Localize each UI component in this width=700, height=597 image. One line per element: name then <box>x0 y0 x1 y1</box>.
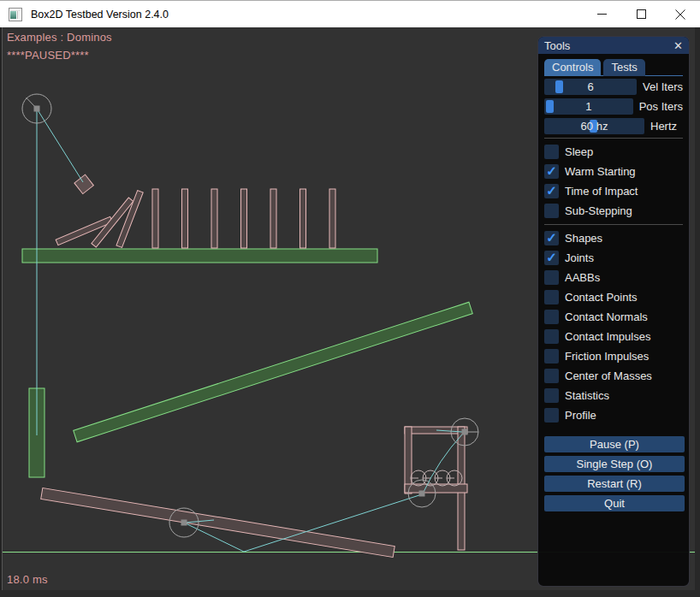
minimize-icon <box>597 9 607 19</box>
draw-options-group: ✓ Shapes ✓ Joints ✓ AABBs ✓ Contact Poin… <box>544 228 683 425</box>
slider-track[interactable]: 1 <box>544 98 633 115</box>
checkbox-joints[interactable]: ✓ Joints <box>544 248 683 268</box>
checkbox-shapes[interactable]: ✓ Shapes <box>544 228 683 248</box>
checkbox[interactable]: ✓ <box>544 184 559 198</box>
checkbox[interactable]: ✓ <box>544 349 559 364</box>
checkbox-label: Contact Normals <box>565 310 648 323</box>
checkmark-icon: ✓ <box>546 164 557 177</box>
slider-pos-iters: 1 Pos Iters <box>544 98 683 115</box>
checkbox-label: AABBs <box>565 271 600 284</box>
checkmark-icon: ✓ <box>546 231 557 244</box>
joint-anchors <box>34 106 468 526</box>
checkbox-label: Sleep <box>565 145 593 158</box>
sim-options-group: ✓ Sleep ✓ Warm Starting ✓ Time of Impact… <box>544 142 683 221</box>
example-label: Examples : Dominos <box>7 31 112 44</box>
separator <box>544 138 683 139</box>
checkbox-label: Center of Masses <box>565 369 652 382</box>
slider-vel-iters: 6 Vel Iters <box>544 79 683 95</box>
checkbox-time-of-impact[interactable]: ✓ Time of Impact <box>544 181 683 201</box>
checkbox-contact-normals[interactable]: ✓ Contact Normals <box>544 307 683 327</box>
checkbox-label: Contact Impulses <box>565 330 650 343</box>
tools-panel: Tools ✕ ControlsTests 6 Vel Iters 1 Pos … <box>537 36 690 587</box>
paused-label: ****PAUSED**** <box>7 49 89 62</box>
checkbox-label: Shapes <box>565 232 602 245</box>
slider-value: 6 <box>544 79 637 95</box>
maximize-icon <box>637 9 646 19</box>
checkbox-label: Sub-Stepping <box>565 204 632 217</box>
window-controls <box>582 1 700 27</box>
restart-r-button[interactable]: Restart (R) <box>544 476 685 492</box>
checkbox[interactable]: ✓ <box>544 310 559 324</box>
checkbox-contact-impulses[interactable]: ✓ Contact Impulses <box>544 327 683 346</box>
checkbox-sleep[interactable]: ✓ Sleep <box>544 142 683 162</box>
window-border-left-highlight <box>2 27 3 597</box>
checkbox-label: Statistics <box>565 389 609 402</box>
tools-panel-title: Tools <box>544 39 673 52</box>
slider-group: 6 Vel Iters 1 Pos Iters 60 hz Hertz <box>544 79 683 134</box>
action-buttons: Pause (P)Single Step (O)Restart (R)Quit <box>544 436 683 511</box>
checkmark-icon: ✓ <box>546 184 557 197</box>
pause-p-button[interactable]: Pause (P) <box>544 436 685 452</box>
checkbox-label: Friction Impulses <box>565 350 649 363</box>
separator <box>544 224 683 225</box>
tab-bar: ControlsTests <box>544 59 683 76</box>
checkbox-label: Joints <box>565 251 594 264</box>
tab-controls[interactable]: Controls <box>544 59 601 76</box>
dynamic-bodies[interactable] <box>41 174 467 557</box>
quit-button[interactable]: Quit <box>544 495 685 511</box>
checkbox[interactable]: ✓ <box>544 329 559 344</box>
close-button[interactable] <box>661 1 700 27</box>
slider-label: Pos Iters <box>639 100 683 113</box>
maximize-button[interactable] <box>621 1 661 27</box>
tools-panel-titlebar[interactable]: Tools ✕ <box>538 37 689 54</box>
checkbox[interactable]: ✓ <box>544 145 559 159</box>
checkbox[interactable]: ✓ <box>544 204 559 218</box>
checkbox[interactable]: ✓ <box>544 164 559 179</box>
minimize-button[interactable] <box>582 1 621 27</box>
single-step-o-button[interactable]: Single Step (O) <box>544 456 685 472</box>
checkbox-friction-impulses[interactable]: ✓ Friction Impulses <box>544 346 683 366</box>
checkmark-icon: ✓ <box>546 251 557 263</box>
checkbox[interactable]: ✓ <box>544 369 559 383</box>
shelf-balls[interactable] <box>411 470 462 486</box>
slider-track[interactable]: 6 <box>544 79 637 95</box>
slider-label: Hertz <box>650 120 677 133</box>
checkbox[interactable]: ✓ <box>544 408 559 423</box>
frame-time-label: 18.0 ms <box>7 573 48 586</box>
checkbox[interactable]: ✓ <box>544 231 559 245</box>
app-window: Examples : Dominos ****PAUSED**** 18.0 m… <box>0 0 700 597</box>
checkbox-label: Profile <box>565 409 596 422</box>
panel-close-icon[interactable]: ✕ <box>673 40 683 51</box>
slider-value: 1 <box>544 98 633 115</box>
titlebar[interactable]: Box2D Testbed Version 2.4.0 <box>0 0 700 27</box>
checkbox-sub-stepping[interactable]: ✓ Sub-Stepping <box>544 201 683 221</box>
checkbox-statistics[interactable]: ✓ Statistics <box>544 386 683 405</box>
window-title: Box2D Testbed Version 2.4.0 <box>31 9 169 21</box>
checkbox-label: Time of Impact <box>565 185 638 198</box>
checkbox-label: Warm Starting <box>565 165 636 178</box>
checkbox-aabbs[interactable]: ✓ AABBs <box>544 268 683 287</box>
tab-tests[interactable]: Tests <box>603 59 644 76</box>
checkbox-profile[interactable]: ✓ Profile <box>544 405 683 425</box>
checkbox-contact-points[interactable]: ✓ Contact Points <box>544 287 683 307</box>
app-icon <box>9 8 22 21</box>
window-border-bottom[interactable] <box>0 590 700 597</box>
checkbox-label: Contact Points <box>565 291 638 304</box>
checkbox-warm-starting[interactable]: ✓ Warm Starting <box>544 162 683 181</box>
slider-label: Vel Iters <box>643 80 683 93</box>
checkbox-center-of-masses[interactable]: ✓ Center of Masses <box>544 366 683 386</box>
slider-track[interactable]: 60 hz <box>544 118 644 134</box>
tools-panel-body: ControlsTests 6 Vel Iters 1 Pos Iters 60… <box>538 54 689 511</box>
checkbox[interactable]: ✓ <box>544 290 559 304</box>
close-icon <box>675 9 685 20</box>
slider-value: 60 hz <box>544 118 644 134</box>
checkbox[interactable]: ✓ <box>544 388 559 403</box>
checkbox[interactable]: ✓ <box>544 270 559 285</box>
window-border-right[interactable] <box>695 27 700 597</box>
checkbox[interactable]: ✓ <box>544 251 559 265</box>
slider-hertz: 60 hz Hertz <box>544 118 683 134</box>
